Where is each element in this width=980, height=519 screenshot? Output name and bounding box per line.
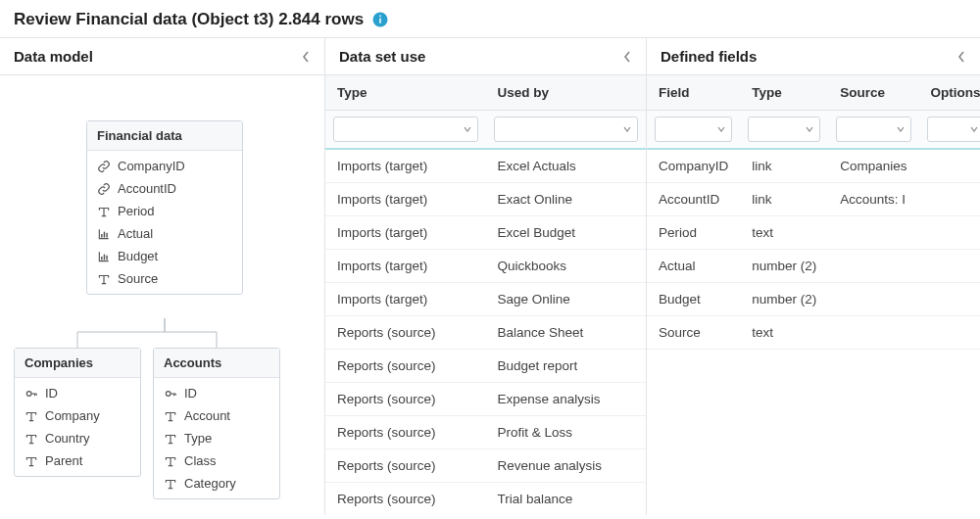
- entity-accounts[interactable]: Accounts IDAccountTypeClassCategory: [153, 348, 280, 499]
- table-row[interactable]: Imports (target)Exact Online: [325, 183, 646, 216]
- field-label: Class: [184, 453, 217, 468]
- panel-title: Data set use: [339, 48, 425, 65]
- cell-source: [828, 250, 918, 283]
- filter-source-select[interactable]: [836, 117, 910, 142]
- col-field[interactable]: Field: [647, 75, 740, 111]
- entity-field[interactable]: Source: [87, 267, 242, 290]
- table-row[interactable]: Actualnumber (2): [647, 250, 980, 283]
- cell-options: [919, 149, 980, 183]
- table-row[interactable]: AccountIDlinkAccounts: I: [647, 183, 980, 216]
- text-icon: [97, 272, 111, 286]
- cell-type: number (2): [740, 250, 828, 283]
- table-row[interactable]: Imports (target)Sage Online: [325, 283, 646, 316]
- entity-financial-data[interactable]: Financial data CompanyIDAccountIDPeriodA…: [86, 120, 243, 295]
- cell-used-by: Sage Online: [486, 283, 647, 316]
- table-row[interactable]: Reports (source)Profit & Loss: [325, 416, 646, 449]
- cell-source: Companies: [828, 149, 918, 183]
- col-options[interactable]: Options: [919, 75, 980, 111]
- field-label: Period: [118, 204, 155, 218]
- entity-field[interactable]: ID: [15, 382, 140, 404]
- filter-type-select[interactable]: [333, 117, 478, 142]
- svg-rect-7: [104, 254, 105, 260]
- cell-source: [828, 216, 918, 250]
- entity-field[interactable]: Budget: [87, 245, 242, 267]
- entity-field[interactable]: Country: [15, 427, 140, 449]
- field-label: ID: [45, 386, 58, 401]
- table-row[interactable]: Imports (target)Excel Budget: [325, 216, 646, 250]
- text-icon: [97, 205, 111, 218]
- table-header-row: Field Type Source Options: [647, 75, 980, 111]
- chevron-left-icon[interactable]: [301, 50, 311, 64]
- table-row[interactable]: Reports (source)Revenue analysis: [325, 449, 646, 483]
- col-used-by[interactable]: Used by: [486, 75, 647, 111]
- entity-field[interactable]: Class: [154, 449, 279, 472]
- filter-type-select[interactable]: [748, 117, 820, 142]
- field-label: Actual: [118, 226, 153, 241]
- cell-type: Reports (source): [325, 350, 486, 383]
- text-icon: [164, 409, 177, 423]
- entity-field[interactable]: Parent: [15, 449, 140, 472]
- table-row[interactable]: Imports (target)Quickbooks: [325, 250, 646, 283]
- svg-rect-1: [379, 19, 381, 24]
- field-label: Company: [45, 408, 100, 423]
- table-row[interactable]: Reports (source)Budget report: [325, 350, 646, 383]
- filter-usedby-select[interactable]: [494, 117, 639, 142]
- entity-field[interactable]: ID: [154, 382, 279, 404]
- text-icon: [164, 432, 177, 446]
- chart-icon: [97, 227, 111, 241]
- cell-used-by: Excel Budget: [486, 216, 647, 250]
- table-header-row: Type Used by: [325, 75, 646, 111]
- cell-used-by: Profit & Loss: [486, 416, 647, 449]
- chart-icon: [97, 250, 111, 263]
- table-row[interactable]: Periodtext: [647, 216, 980, 250]
- page-title: Review Financial data (Object t3) 2.844 …: [14, 10, 364, 29]
- svg-rect-5: [106, 232, 107, 237]
- text-icon: [24, 409, 38, 423]
- entity-field[interactable]: Type: [154, 427, 279, 449]
- svg-point-10: [166, 391, 171, 396]
- field-label: Type: [184, 431, 212, 446]
- entity-header: Accounts: [154, 349, 279, 378]
- entity-field[interactable]: AccountID: [87, 177, 242, 200]
- cell-field: Actual: [647, 250, 740, 283]
- chevron-left-icon[interactable]: [622, 50, 632, 64]
- entity-field[interactable]: Category: [154, 472, 279, 495]
- diagram-canvas: Financial data CompanyIDAccountIDPeriodA…: [0, 75, 324, 515]
- filter-field-select[interactable]: [655, 117, 732, 142]
- entity-header: Financial data: [87, 121, 242, 151]
- entity-field[interactable]: CompanyID: [87, 155, 242, 177]
- cell-source: Accounts: I: [828, 183, 918, 216]
- cell-type: Imports (target): [325, 183, 486, 216]
- cell-type: text: [740, 316, 828, 350]
- table-row[interactable]: Imports (target)Excel Actuals: [325, 149, 646, 183]
- table-row[interactable]: Reports (source)Expense analysis: [325, 383, 646, 416]
- defined-fields-table: Field Type Source Options CompanyIDlinkC…: [647, 75, 980, 350]
- table-row[interactable]: Budgetnumber (2): [647, 283, 980, 316]
- cell-options: [919, 316, 980, 350]
- entity-companies[interactable]: Companies IDCompanyCountryParent: [14, 348, 141, 477]
- entity-field[interactable]: Period: [87, 200, 242, 222]
- entity-field[interactable]: Account: [154, 404, 279, 427]
- table-row[interactable]: Reports (source)Balance Sheet: [325, 316, 646, 350]
- svg-rect-8: [106, 255, 107, 260]
- cell-used-by: Revenue analysis: [486, 449, 647, 483]
- col-source[interactable]: Source: [828, 75, 918, 111]
- col-type[interactable]: Type: [740, 75, 828, 111]
- text-icon: [164, 477, 177, 491]
- entity-field[interactable]: Actual: [87, 222, 242, 245]
- info-icon[interactable]: [371, 11, 389, 28]
- cell-type: Imports (target): [325, 283, 486, 316]
- entity-field[interactable]: Company: [15, 404, 140, 427]
- chevron-left-icon[interactable]: [956, 50, 966, 64]
- cell-type: text: [740, 216, 828, 250]
- table-row[interactable]: CompanyIDlinkCompanies: [647, 149, 980, 183]
- col-type[interactable]: Type: [325, 75, 486, 111]
- panel-data-set-use: Data set use Type Used by Imports (targe…: [325, 38, 647, 515]
- cell-used-by: Exact Online: [486, 183, 647, 216]
- table-row[interactable]: Reports (source)Trial balance: [325, 483, 646, 516]
- cell-type: number (2): [740, 283, 828, 316]
- filter-options-select[interactable]: [927, 117, 980, 142]
- svg-rect-3: [101, 234, 102, 238]
- cell-used-by: Trial balance: [486, 483, 647, 516]
- table-row[interactable]: Sourcetext: [647, 316, 980, 350]
